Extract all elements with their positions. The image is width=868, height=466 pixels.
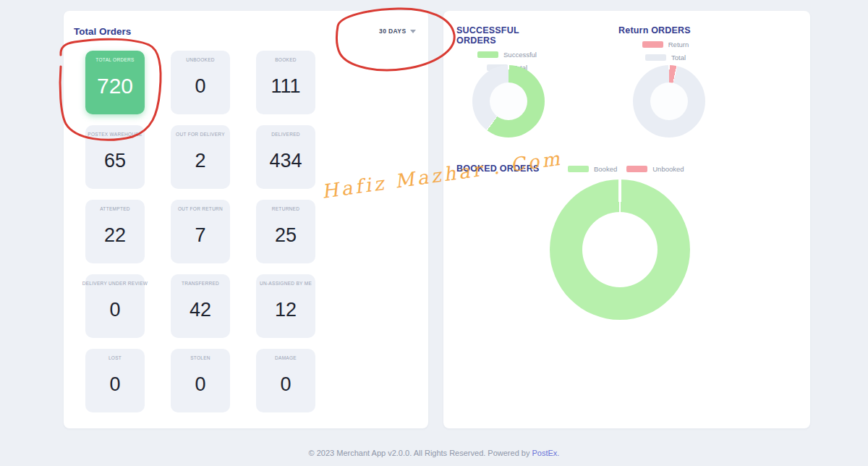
legend-item: Return [642,41,689,48]
legend-label: Total [671,54,686,62]
stat-card-value: 42 [190,286,211,338]
stat-card[interactable]: LOST 0 [85,349,145,412]
legend-swatch [477,51,498,58]
successful-orders-title: SUCCESSFUL ORDERS [456,25,558,46]
donut-hole [582,212,658,287]
stat-card-label: OUT FOR DELIVERY [176,132,225,137]
stat-card-grid: TOTAL ORDERS 720 UNBOOKED 0 BOOKED 111 P… [85,51,315,412]
stat-card-value: 12 [275,286,297,338]
period-selector-label: 30 DAYS [379,27,406,35]
return-orders-donut [633,65,705,137]
stat-card-value: 25 [275,211,297,263]
stat-card-value: 434 [269,137,302,189]
legend-swatch [568,166,589,172]
stat-card[interactable]: UNBOOKED 0 [171,51,230,114]
stat-card-label: STOLEN [190,355,210,360]
stat-card-value: 65 [104,137,126,189]
stat-card-value: 2 [195,137,205,189]
stat-card[interactable]: DAMAGE 0 [256,349,315,412]
stat-card-value: 0 [195,360,205,412]
stat-card-label: OUT FOR RETURN [178,206,223,211]
donut-hole [490,82,527,120]
stat-card-value: 22 [104,211,126,263]
stat-card[interactable]: UN-ASSIGNED BY ME 12 [256,274,315,338]
stat-card-label: ATTEMPTED [100,206,130,211]
stat-card-label: TOTAL ORDERS [95,57,134,62]
footer-postex-link[interactable]: PostEx. [532,449,560,457]
stat-card-label: LOST [109,355,122,360]
panel-title: Total Orders [74,26,131,37]
donut-hole [650,82,688,120]
stat-card[interactable]: BOOKED 111 [256,51,315,114]
stat-card-label: UNBOOKED [186,57,215,62]
legend-item: Successful [477,51,537,59]
successful-orders-donut [472,65,545,137]
stat-card-value: 0 [280,360,291,412]
legend-label: Successful [503,51,537,59]
stat-card[interactable]: DELIVERY UNDER REVIEW 0 [85,274,145,338]
stat-card-label: TRANSFERRED [182,281,219,286]
stat-card-value: 111 [271,62,300,114]
stat-card-label: UN-ASSIGNED BY ME [260,281,312,286]
stat-card[interactable]: OUT FOR DELIVERY 2 [171,125,230,189]
stat-card[interactable]: RETURNED 25 [256,200,315,263]
legend-swatch [642,41,663,48]
legend-item: Booked [568,165,617,173]
booked-orders-legend: BookedUnbooked [568,165,684,173]
stat-card-label: DELIVERY UNDER REVIEW [82,281,148,286]
total-orders-panel: Total Orders 30 DAYS TOTAL ORDERS 720 UN… [64,11,428,428]
footer-text: © 2023 Merchant App v2.0.0. All Rights R… [309,449,532,457]
legend-swatch [626,166,647,172]
stat-card[interactable]: DELIVERED 434 [256,125,315,189]
stat-card-label: DELIVERED [271,132,300,137]
legend-item: Total [645,54,686,62]
stat-card-label: BOOKED [275,57,297,62]
stat-card-label: POSTEX WAREHOUSE [88,132,142,137]
period-selector[interactable]: 30 DAYS [379,27,416,35]
stat-card[interactable]: STOLEN 0 [171,349,230,412]
stat-card-label: DAMAGE [275,355,297,360]
stat-card-value: 720 [97,62,133,114]
legend-label: Booked [594,165,617,173]
stat-card[interactable]: ATTEMPTED 22 [85,200,145,263]
booked-orders-title: BOOKED ORDERS [456,164,539,174]
legend-item: Unbooked [626,165,684,173]
stat-card-value: 0 [109,286,120,338]
stat-card-label: RETURNED [272,206,300,211]
return-orders-legend: ReturnTotal [618,41,712,62]
legend-label: Return [668,41,689,48]
stat-card[interactable]: OUT FOR RETURN 7 [171,200,230,263]
stat-card-value: 0 [109,360,120,412]
legend-swatch [645,54,666,61]
stat-card[interactable]: TRANSFERRED 42 [171,274,230,338]
legend-label: Unbooked [652,165,684,173]
booked-orders-donut [550,179,690,320]
chevron-down-icon [410,30,416,33]
stat-card[interactable]: TOTAL ORDERS 720 [85,51,145,114]
return-orders-title: Return ORDERS [618,25,712,35]
footer: © 2023 Merchant App v2.0.0. All Rights R… [0,449,868,457]
charts-panel: SUCCESSFUL ORDERS SuccessfulTotal Return… [443,11,810,428]
return-orders-section: Return ORDERS ReturnTotal [618,25,712,62]
stat-card-value: 0 [195,62,205,114]
stat-card-value: 7 [195,211,205,263]
stat-card[interactable]: POSTEX WAREHOUSE 65 [85,125,145,189]
